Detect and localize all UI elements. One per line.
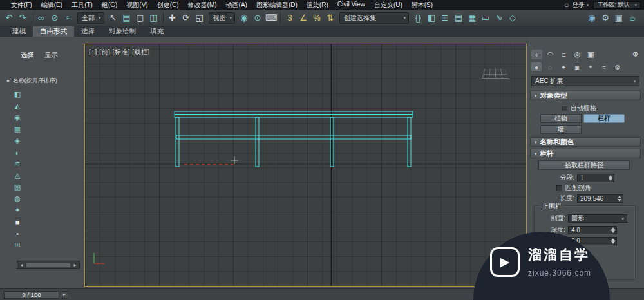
- sort-row[interactable]: ● 名称(按升序排序): [6, 77, 57, 85]
- length-spinner[interactable]: 209.546: [577, 194, 623, 203]
- selection-filter-dropdown[interactable]: 全部 ▾: [77, 12, 104, 24]
- rectangular-selection-region-icon[interactable]: ▢: [134, 12, 147, 24]
- window-crossing-icon[interactable]: ◫: [147, 12, 160, 24]
- autogrid-checkbox[interactable]: 自动栅格: [562, 104, 596, 113]
- freeform-tool-icon[interactable]: ▨: [12, 182, 23, 192]
- scrollbar-thumb[interactable]: [26, 263, 71, 268]
- menu-item[interactable]: 组(G): [97, 1, 122, 10]
- use-pivot-point-center-icon[interactable]: ◉: [238, 12, 251, 24]
- spinner-arrows-icon[interactable]: [618, 196, 621, 202]
- ribbon-tab-freeform[interactable]: 自由形式: [33, 26, 74, 37]
- ribbon-toggle-icon[interactable]: ▭: [479, 12, 492, 24]
- select-object-icon[interactable]: ↖: [107, 12, 120, 24]
- bind-to-space-warp-icon[interactable]: ≈: [62, 12, 75, 24]
- percent-snap-icon[interactable]: %: [310, 12, 323, 24]
- ribbon-tab-populate[interactable]: 填充: [143, 26, 171, 37]
- menu-item[interactable]: 工具(T): [67, 1, 97, 10]
- helpers-category-icon[interactable]: ⌖: [585, 62, 596, 71]
- rollout-name-and-color[interactable]: ▾ 名称和颜色: [530, 137, 641, 147]
- menu-item[interactable]: Civil View: [333, 1, 370, 10]
- align-icon[interactable]: ≣: [439, 12, 451, 24]
- match-corner-checkbox[interactable]: 匹配拐角: [556, 183, 591, 192]
- menu-item[interactable]: 创建(C): [153, 1, 184, 10]
- profile-dropdown[interactable]: 圆形 ▾: [568, 214, 627, 223]
- schematic-view-icon[interactable]: ◇: [506, 12, 519, 24]
- create-tab-icon[interactable]: +: [531, 50, 542, 59]
- menu-item[interactable]: 动画(A): [222, 1, 252, 10]
- freeform-tool-icon[interactable]: ▦: [12, 124, 23, 134]
- snaps-toggle-3d-icon[interactable]: 3: [283, 12, 296, 24]
- rollout-object-type[interactable]: ▾ 对象类型: [530, 91, 641, 100]
- timeline-next-button[interactable]: ▸: [61, 291, 68, 299]
- menu-item[interactable]: 图形编辑器(D): [252, 1, 302, 10]
- segments-spinner[interactable]: 1: [577, 174, 614, 182]
- plant-button[interactable]: 植物: [540, 114, 582, 123]
- category-dropdown[interactable]: AEC 扩展 ▾: [531, 76, 639, 86]
- freeform-tool-icon[interactable]: ■: [12, 217, 23, 227]
- spinner-snap-icon[interactable]: ⇅: [324, 12, 337, 24]
- freeform-tool-icon[interactable]: ◭: [12, 101, 23, 111]
- unlink-selection-icon[interactable]: ⊘: [48, 12, 61, 24]
- ribbon-tab-selection[interactable]: 选择: [74, 26, 102, 37]
- scene-explorer-icon[interactable]: ▤: [452, 12, 465, 24]
- hierarchy-tab-icon[interactable]: ≡: [558, 50, 569, 59]
- panel-subtab-display[interactable]: 显示: [44, 51, 58, 60]
- ribbon-tab-object-paint[interactable]: 对象绘制: [102, 26, 143, 37]
- panel-subtab-select[interactable]: 选择: [21, 51, 34, 60]
- menu-item[interactable]: 编辑(E): [37, 1, 67, 10]
- ribbon-tab-modeling[interactable]: 建模: [5, 26, 33, 37]
- freeform-tool-icon[interactable]: ◐: [12, 147, 23, 157]
- display-tab-icon[interactable]: ▣: [585, 50, 596, 59]
- horizontal-scrollbar[interactable]: ◂ ▸: [17, 261, 80, 269]
- menu-item[interactable]: 渲染(R): [302, 1, 333, 10]
- freeform-tool-icon[interactable]: ✦: [12, 205, 23, 215]
- named-selection-sets-combo[interactable]: 创建选择集 ▾: [339, 12, 409, 24]
- menu-item[interactable]: 修改器(M): [184, 1, 222, 10]
- cameras-category-icon[interactable]: ◙: [572, 62, 582, 71]
- layer-explorer-icon[interactable]: ▦: [466, 12, 478, 24]
- freeform-tool-icon[interactable]: ◬: [12, 171, 23, 180]
- railing-button[interactable]: 栏杆: [583, 114, 625, 123]
- geometry-category-icon[interactable]: ●: [531, 62, 542, 71]
- viewport-front[interactable]: [+] [前] [标准] [线框]: [84, 44, 527, 287]
- material-editor-icon[interactable]: ◉: [585, 12, 598, 24]
- login-button[interactable]: ☺ 登录 ▾: [564, 1, 589, 10]
- systems-category-icon[interactable]: ⚙: [612, 62, 623, 71]
- angle-snap-icon[interactable]: ∠: [297, 12, 310, 24]
- lights-category-icon[interactable]: ✦: [558, 62, 569, 71]
- space-warps-category-icon[interactable]: ≈: [599, 62, 609, 71]
- menu-item[interactable]: 文件(F): [6, 1, 37, 10]
- render-setup-icon[interactable]: ⚙: [599, 12, 612, 24]
- workspace-selector[interactable]: 工作区: 默认 ▾: [593, 1, 641, 9]
- redo-icon[interactable]: ↷: [16, 12, 29, 24]
- modify-tab-icon[interactable]: ◠: [545, 50, 556, 59]
- select-and-link-icon[interactable]: ∞: [35, 12, 48, 24]
- freeform-tool-icon[interactable]: ⊞: [12, 240, 23, 250]
- rollout-railing[interactable]: ▾ 栏杆: [530, 149, 641, 158]
- reference-coordinate-dropdown[interactable]: 视图 ▾: [209, 12, 236, 24]
- motion-tab-icon[interactable]: ◎: [572, 50, 583, 59]
- shapes-category-icon[interactable]: ◌: [545, 62, 555, 71]
- select-by-name-icon[interactable]: ▤: [120, 12, 133, 24]
- utilities-tab-icon[interactable]: ⚙: [630, 50, 641, 59]
- freeform-tool-icon[interactable]: ◈: [12, 136, 23, 145]
- freeform-tool-icon[interactable]: ◉: [12, 113, 23, 122]
- freeform-tool-icon[interactable]: ▫: [12, 229, 23, 238]
- spinner-arrows-icon[interactable]: [611, 227, 615, 233]
- select-and-rotate-icon[interactable]: ⟳: [180, 12, 193, 24]
- select-and-scale-icon[interactable]: ◱: [193, 12, 206, 24]
- menu-item[interactable]: 自定义(U): [370, 1, 407, 10]
- pick-railing-path-button[interactable]: 拾取栏杆路径: [538, 160, 630, 170]
- scroll-right-button[interactable]: ▸: [71, 262, 79, 268]
- keyboard-shortcut-override-icon[interactable]: ⌨: [265, 12, 278, 24]
- freeform-tool-icon[interactable]: ◧: [12, 89, 23, 99]
- undo-icon[interactable]: ↶: [3, 12, 15, 24]
- mirror-icon[interactable]: ◧: [425, 12, 438, 24]
- menu-item[interactable]: 脚本(S): [407, 1, 437, 10]
- scroll-left-button[interactable]: ◂: [18, 262, 25, 268]
- render-production-icon[interactable]: ☕: [626, 12, 639, 24]
- curve-editor-icon[interactable]: ∿: [493, 12, 506, 24]
- wall-button[interactable]: 墙: [540, 125, 582, 134]
- select-and-move-icon[interactable]: ✚: [166, 12, 179, 24]
- select-and-manipulate-icon[interactable]: ⊙: [251, 12, 264, 24]
